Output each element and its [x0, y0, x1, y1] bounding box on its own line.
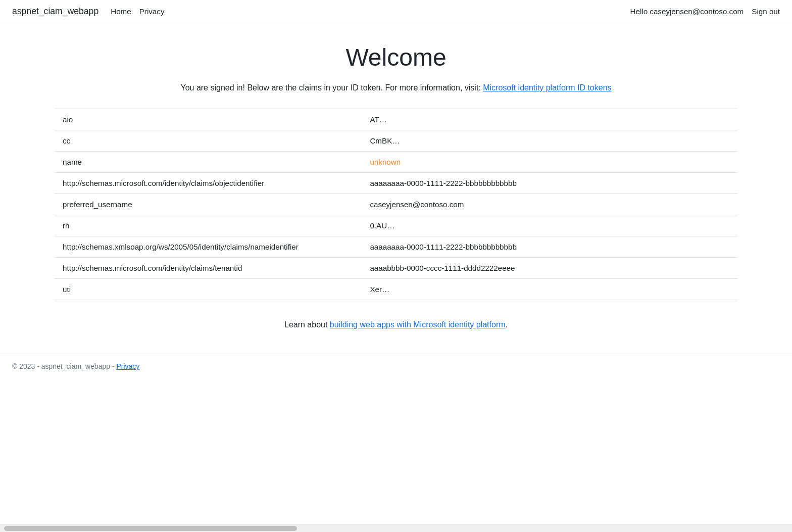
table-row: http://schemas.microsoft.com/identity/cl…	[55, 258, 737, 279]
navbar-brand[interactable]: aspnet_ciam_webapp	[12, 6, 98, 17]
table-row: aioAT…	[55, 109, 737, 130]
info-link[interactable]: Microsoft identity platform ID tokens	[483, 83, 611, 92]
claim-value: aaaabbbb-0000-cccc-1111-dddd2222eeee	[362, 258, 737, 279]
table-row: ccCmBK…	[55, 130, 737, 152]
navbar: aspnet_ciam_webapp Home Privacy Hello ca…	[0, 0, 792, 23]
claims-table: aioAT…ccCmBK…nameunknownhttp://schemas.m…	[55, 109, 737, 300]
table-row: http://schemas.microsoft.com/identity/cl…	[55, 173, 737, 194]
claim-key: name	[55, 152, 362, 173]
table-row: preferred_usernamecaseyjensen@contoso.co…	[55, 194, 737, 215]
claim-key: http://schemas.microsoft.com/identity/cl…	[55, 173, 362, 194]
claim-value: 0.AU…	[362, 215, 737, 236]
claim-key: cc	[55, 130, 362, 152]
claim-value: aaaaaaaa-0000-1111-2222-bbbbbbbbbbbb	[362, 173, 737, 194]
claim-value: CmBK…	[362, 130, 737, 152]
nav-home[interactable]: Home	[111, 7, 131, 16]
user-greeting: Hello caseyjensen@contoso.com	[630, 7, 744, 16]
table-row: rh0.AU…	[55, 215, 737, 236]
info-text: You are signed in! Below are the claims …	[55, 83, 737, 92]
claim-value: caseyjensen@contoso.com	[362, 194, 737, 215]
claim-key: http://schemas.microsoft.com/identity/cl…	[55, 258, 362, 279]
claim-key: rh	[55, 215, 362, 236]
claim-value: aaaaaaaa-0000-1111-2222-bbbbbbbbbbbb	[362, 236, 737, 258]
claim-value: AT…	[362, 109, 737, 130]
claim-key: uti	[55, 279, 362, 300]
learn-more-link[interactable]: building web apps with Microsoft identit…	[330, 320, 506, 329]
table-row: http://schemas.xmlsoap.org/ws/2005/05/id…	[55, 236, 737, 258]
navbar-nav: Home Privacy	[111, 7, 164, 16]
claim-key: aio	[55, 109, 362, 130]
navbar-right: Hello caseyjensen@contoso.com Sign out	[630, 7, 780, 16]
footer-copyright: © 2023 - aspnet_ciam_webapp -	[12, 362, 116, 370]
claim-value: Xer…	[362, 279, 737, 300]
welcome-title: Welcome	[55, 43, 737, 71]
footer-privacy-link[interactable]: Privacy	[116, 362, 139, 370]
info-text-prefix: You are signed in! Below are the claims …	[180, 83, 483, 92]
table-row: utiXer…	[55, 279, 737, 300]
main-content: Welcome You are signed in! Below are the…	[42, 23, 750, 329]
learn-more-prefix: Learn about	[284, 320, 330, 329]
sign-out-button[interactable]: Sign out	[752, 7, 780, 16]
claim-key: http://schemas.xmlsoap.org/ws/2005/05/id…	[55, 236, 362, 258]
footer: © 2023 - aspnet_ciam_webapp - Privacy	[0, 354, 792, 378]
nav-privacy[interactable]: Privacy	[139, 7, 165, 16]
claim-key: preferred_username	[55, 194, 362, 215]
learn-more-text: Learn about building web apps with Micro…	[55, 320, 737, 329]
claim-value: unknown	[362, 152, 737, 173]
table-row: nameunknown	[55, 152, 737, 173]
learn-more-suffix: .	[506, 320, 508, 329]
